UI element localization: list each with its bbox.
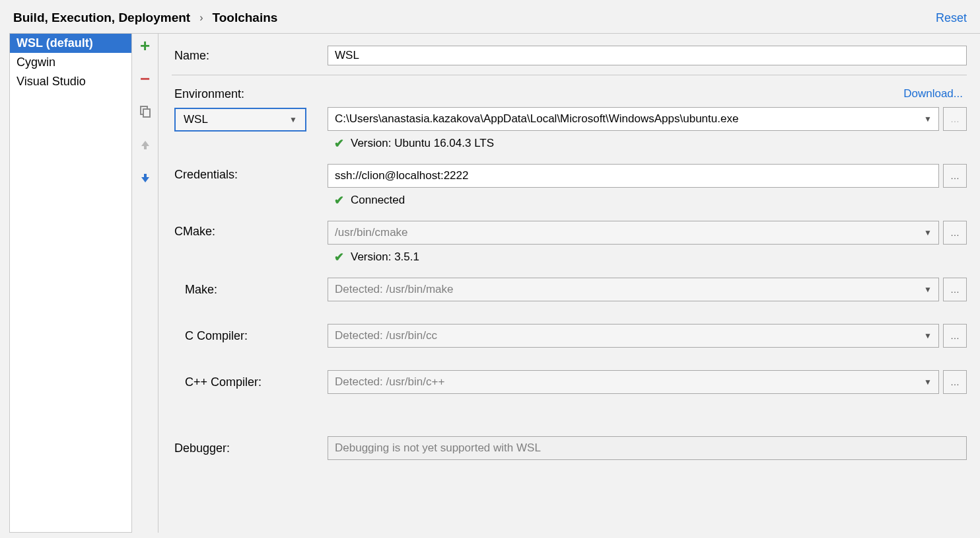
c-compiler-label: C Compiler: [172,329,310,343]
chevron-down-icon: ▼ [289,115,297,124]
divider [172,75,967,75]
chevron-right-icon: › [199,12,203,24]
cmake-select[interactable]: /usr/bin/cmake ▼ [328,221,939,245]
move-up-icon [137,137,153,153]
toolchain-sidebar: WSL (default) Cygwin Visual Studio + − [0,33,158,533]
cmake-value: /usr/bin/cmake [335,226,408,239]
make-value: Detected: /usr/bin/make [335,283,454,296]
c-compiler-select[interactable]: Detected: /usr/bin/cc ▼ [328,324,939,348]
browse-c-compiler-button[interactable]: … [943,324,967,348]
toolchain-list[interactable]: WSL (default) Cygwin Visual Studio [9,33,132,533]
add-icon[interactable]: + [137,38,153,54]
check-icon: ✔ [334,136,344,151]
check-icon: ✔ [334,250,344,264]
c-compiler-value: Detected: /usr/bin/cc [335,329,437,342]
cmake-status: ✔ Version: 3.5.1 [328,245,967,272]
credentials-input[interactable] [328,164,939,188]
environment-type-value: WSL [184,113,208,126]
toolchain-item-wsl[interactable]: WSL (default) [10,34,131,53]
debugger-input [328,436,967,460]
toolchain-form: Name: Environment: WSL ▼ Download... [158,33,980,533]
breadcrumb-current: Toolchains [212,11,277,25]
check-icon: ✔ [334,193,344,208]
download-link[interactable]: Download... [903,87,967,100]
list-toolbar: + − [132,33,158,533]
chevron-down-icon: ▼ [924,114,932,124]
browse-credentials-button[interactable]: … [943,164,967,188]
toolchain-item-cygwin[interactable]: Cygwin [10,53,131,72]
browse-cpp-compiler-button[interactable]: … [943,370,967,394]
environment-path-value: C:\Users\anastasia.kazakova\AppData\Loca… [335,112,738,126]
make-select[interactable]: Detected: /usr/bin/make ▼ [328,278,939,301]
cmake-label: CMake: [172,221,310,239]
copy-icon[interactable] [137,104,153,120]
browse-env-button: … [943,107,967,131]
environment-path-select[interactable]: C:\Users\anastasia.kazakova\AppData\Loca… [328,107,939,131]
remove-icon[interactable]: − [137,71,153,87]
cpp-compiler-select[interactable]: Detected: /usr/bin/c++ ▼ [328,370,939,394]
environment-status: ✔ Version: Ubuntu 16.04.3 LTS [328,131,967,159]
cpp-compiler-label: C++ Compiler: [172,375,310,389]
breadcrumb-parent[interactable]: Build, Execution, Deployment [13,11,190,25]
credentials-label: Credentials: [172,164,310,182]
toolchain-item-visual-studio[interactable]: Visual Studio [10,72,131,91]
environment-label: Environment: [174,87,244,101]
name-input[interactable] [328,46,967,65]
environment-type-select[interactable]: WSL ▼ [174,108,306,132]
chevron-down-icon: ▼ [924,285,932,294]
make-label: Make: [172,283,310,297]
browse-cmake-button[interactable]: … [943,221,967,245]
cpp-compiler-value: Detected: /usr/bin/c++ [335,375,444,389]
debugger-label: Debugger: [172,442,310,455]
svg-rect-1 [143,109,150,117]
move-down-icon[interactable] [137,170,153,186]
chevron-down-icon: ▼ [924,228,932,237]
name-label: Name: [172,49,310,63]
reset-link[interactable]: Reset [936,11,967,25]
settings-header: Build, Execution, Deployment › Toolchain… [0,0,980,33]
credentials-status: ✔ Connected [328,188,967,215]
chevron-down-icon: ▼ [924,377,932,387]
chevron-down-icon: ▼ [924,331,932,340]
browse-make-button[interactable]: … [943,278,967,301]
breadcrumb: Build, Execution, Deployment › Toolchain… [13,11,277,25]
